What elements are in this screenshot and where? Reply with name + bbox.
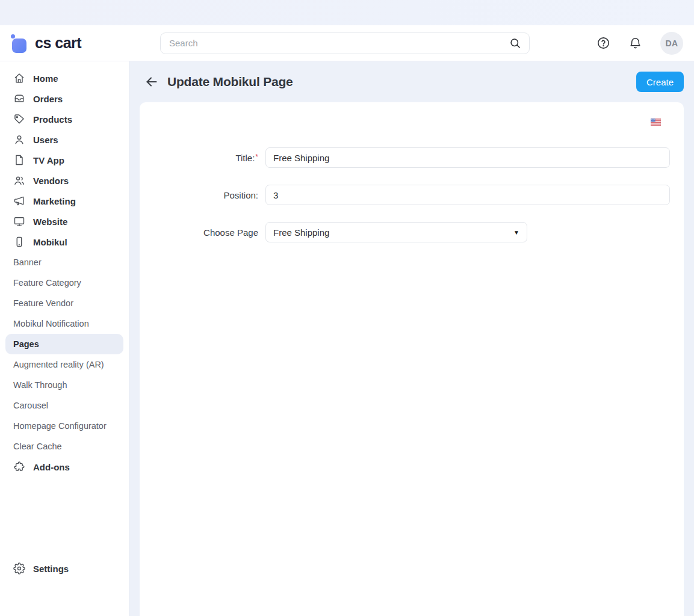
sidebar-subitem-banner[interactable]: Banner: [0, 252, 129, 273]
title-label: Title:*: [140, 153, 258, 163]
sidebar-item-label: Add-ons: [33, 462, 70, 472]
position-label: Position:: [140, 190, 258, 200]
position-row: Position:: [140, 185, 684, 205]
sidebar-subitem-clear-cache[interactable]: Clear Cache: [0, 436, 129, 457]
page-header: Update Mobikul Page Create: [140, 61, 684, 102]
title-row: Title:*: [140, 147, 684, 168]
required-asterisk: *: [255, 153, 258, 161]
sidebar-item-label: Home: [33, 73, 58, 84]
sidebar-item-label: Orders: [33, 94, 63, 104]
position-input[interactable]: [265, 185, 670, 205]
sidebar-item-users[interactable]: Users: [0, 129, 129, 150]
sidebar-item-label: Marketing: [33, 196, 76, 206]
cscart-logo-text: cs cart: [35, 34, 81, 52]
chevron-down-icon: ▼: [513, 229, 519, 236]
monitor-icon: [13, 215, 25, 227]
title-input[interactable]: [265, 147, 670, 168]
search-input[interactable]: [160, 32, 530, 54]
notifications-bell-icon[interactable]: [628, 36, 642, 50]
sidebar-item-marketing[interactable]: Marketing: [0, 191, 129, 211]
sidebar-item-label: TV App: [33, 155, 64, 165]
sidebar-item-home[interactable]: Home: [0, 68, 129, 88]
create-button[interactable]: Create: [636, 72, 684, 92]
sidebar-subitem-feature-vendor[interactable]: Feature Vendor: [0, 293, 129, 313]
gear-icon: [13, 562, 25, 574]
cscart-logo[interactable]: cs cart: [11, 34, 160, 52]
sidebar-item-mobikul[interactable]: Mobikul: [0, 232, 129, 252]
choose-page-select[interactable]: Free Shipping ▼: [265, 222, 527, 242]
main-content: Update Mobikul Page Create: [129, 61, 694, 616]
sidebar-item-website[interactable]: Website: [0, 211, 129, 232]
choose-page-selected-value: Free Shipping: [273, 227, 329, 238]
cscart-logo-icon: [11, 34, 29, 52]
help-icon[interactable]: [596, 36, 610, 50]
sidebar-item-addons[interactable]: Add-ons: [0, 457, 129, 477]
sidebar-item-products[interactable]: Products: [0, 109, 129, 129]
sidebar-subitem-carousel[interactable]: Carousel: [0, 395, 129, 416]
back-arrow-icon[interactable]: [144, 75, 159, 89]
tag-icon: [13, 113, 25, 125]
people-icon: [13, 174, 25, 186]
sidebar-subitem-mobikul-notification[interactable]: Mobikul Notification: [0, 313, 129, 334]
global-search: [160, 32, 530, 54]
top-strip: [0, 0, 694, 25]
user-icon: [13, 134, 25, 146]
megaphone-icon: [13, 195, 25, 207]
us-flag-icon[interactable]: [651, 119, 661, 126]
sidebar-subitem-homepage-configurator[interactable]: Homepage Configurator: [0, 416, 129, 436]
smartphone-icon: [13, 236, 25, 248]
sidebar-subitem-augmented-reality[interactable]: Augmented reality (AR): [0, 354, 129, 375]
document-icon: [13, 154, 25, 166]
sidebar-item-label: Users: [33, 135, 58, 145]
home-icon: [13, 72, 25, 84]
puzzle-icon: [13, 461, 25, 473]
sidebar-item-orders[interactable]: Orders: [0, 88, 129, 109]
sidebar-item-vendors[interactable]: Vendors: [0, 170, 129, 191]
form-card: Title:* Position: Choose Page Free Shipp…: [140, 102, 684, 616]
sidebar-item-label: Products: [33, 114, 72, 125]
sidebar-item-label: Settings: [33, 564, 69, 574]
search-icon[interactable]: [509, 37, 521, 49]
sidebar-item-tv-app[interactable]: TV App: [0, 150, 129, 170]
choose-page-label: Choose Page: [140, 227, 258, 238]
sidebar: Home Orders Products: [0, 61, 129, 616]
page-title: Update Mobikul Page: [167, 75, 293, 89]
orders-icon: [13, 93, 25, 105]
sidebar-item-label: Website: [33, 217, 67, 227]
header-actions: DA: [596, 32, 683, 55]
choose-page-row: Choose Page Free Shipping ▼: [140, 222, 684, 242]
sidebar-item-label: Mobikul: [33, 237, 67, 247]
header-bar: cs cart DA: [0, 25, 694, 61]
sidebar-item-label: Vendors: [33, 176, 69, 186]
user-avatar[interactable]: DA: [660, 32, 683, 55]
sidebar-item-settings[interactable]: Settings: [0, 558, 129, 579]
sidebar-subitem-pages[interactable]: Pages: [5, 334, 123, 354]
sidebar-subitem-walk-through[interactable]: Walk Through: [0, 375, 129, 395]
sidebar-subitem-feature-category[interactable]: Feature Category: [0, 273, 129, 293]
